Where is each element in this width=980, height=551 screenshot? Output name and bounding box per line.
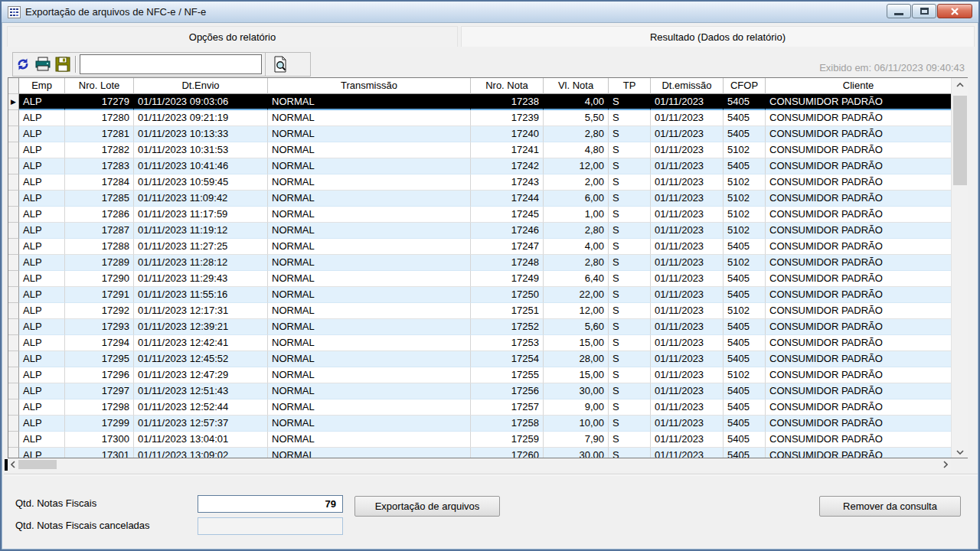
grid-cell[interactable]: NORMAL [268,399,471,416]
grid-cell[interactable]: NORMAL [268,448,471,458]
grid-cell[interactable]: 01/11/2023 12:39:21 [134,319,268,335]
grid-cell[interactable]: 01/11/2023 [651,383,724,399]
grid-cell[interactable]: 17299 [65,416,134,432]
grid-cell[interactable]: 01/11/2023 10:41:46 [134,158,268,174]
grid-cell[interactable]: S [609,287,651,303]
grid-cell[interactable]: 17243 [471,174,544,191]
grid-cell[interactable]: NORMAL [268,174,471,191]
grid-cell[interactable]: NORMAL [268,126,471,142]
grid-cell[interactable]: S [609,319,651,335]
table-row[interactable]: ALP1728801/11/2023 11:27:25NORMAL172474,… [8,239,968,255]
grid-cell[interactable]: 01/11/2023 11:17:59 [134,207,268,223]
vertical-scrollbar[interactable] [951,78,968,458]
grid-cell[interactable]: 01/11/2023 [651,223,724,239]
grid-cell[interactable]: 12,00 [544,303,609,319]
scroll-up-arrow[interactable] [952,78,968,91]
grid-cell[interactable]: 01/11/2023 11:19:12 [134,223,268,239]
grid-cell[interactable]: NORMAL [268,383,471,399]
grid-cell[interactable]: 01/11/2023 [651,319,724,335]
grid-cell[interactable]: 5405 [724,335,766,351]
grid-cell[interactable]: 2,80 [544,126,609,142]
grid-cell[interactable]: 17248 [471,255,544,271]
grid-cell[interactable]: ALP [19,255,65,271]
grid-cell[interactable]: 01/11/2023 [651,174,724,191]
grid-cell[interactable]: S [609,207,651,223]
tab-resultado[interactable]: Resultado (Dados do relatório) [461,26,975,47]
grid-cell[interactable]: 17245 [471,207,544,223]
column-header[interactable]: TP [609,78,651,94]
grid-cell[interactable]: 4,00 [544,239,609,255]
grid-cell[interactable]: 1,00 [544,207,609,223]
table-row[interactable]: ALP1728701/11/2023 11:19:12NORMAL172462,… [8,223,968,239]
grid-cell[interactable]: 01/11/2023 [651,94,724,110]
grid-cell[interactable]: 01/11/2023 [651,351,724,367]
grid-cell[interactable]: 17253 [471,335,544,351]
grid-cell[interactable]: S [609,416,651,432]
grid-cell[interactable]: 17251 [471,303,544,319]
grid-cell[interactable]: 5405 [724,271,766,287]
grid-cell[interactable]: 01/11/2023 [651,142,724,158]
grid-cell[interactable]: 01/11/2023 10:31:53 [134,142,268,158]
grid-cell[interactable]: 5405 [724,158,766,174]
grid-cell[interactable]: ALP [19,126,65,142]
table-row[interactable]: ALP1728601/11/2023 11:17:59NORMAL172451,… [8,207,968,223]
grid-cell[interactable]: 17246 [471,223,544,239]
grid-cell[interactable]: S [609,158,651,174]
remove-from-query-button[interactable]: Remover da consulta [819,496,961,517]
table-row[interactable]: ALP1729701/11/2023 12:51:43NORMAL1725630… [8,383,968,399]
save-button[interactable] [53,54,73,74]
grid-cell[interactable]: CONSUMIDOR PADRÃO [766,207,952,223]
grid-cell[interactable]: S [609,271,651,287]
grid-cell[interactable]: 17247 [471,239,544,255]
grid-cell[interactable]: NORMAL [268,142,471,158]
grid-cell[interactable]: S [609,335,651,351]
grid-cell[interactable]: 01/11/2023 [651,287,724,303]
grid-cell[interactable]: 9,00 [544,399,609,416]
grid-cell[interactable]: 10,00 [544,416,609,432]
grid-cell[interactable]: 01/11/2023 12:45:52 [134,351,268,367]
grid-cell[interactable]: NORMAL [268,319,471,335]
grid-cell[interactable]: 5405 [724,319,766,335]
grid-cell[interactable]: 17257 [471,399,544,416]
grid-cell[interactable]: S [609,303,651,319]
grid-cell[interactable]: 01/11/2023 12:47:29 [134,367,268,383]
grid-cell[interactable]: NORMAL [268,239,471,255]
grid-cell[interactable]: NORMAL [268,432,471,448]
table-row[interactable]: ALP1728401/11/2023 10:59:45NORMAL172432,… [8,174,968,191]
table-row[interactable]: ALP1728101/11/2023 10:13:33NORMAL172402,… [8,126,968,142]
grid-cell[interactable]: ALP [19,399,65,416]
grid-cell[interactable]: S [609,367,651,383]
grid-cell[interactable]: ALP [19,303,65,319]
grid-cell[interactable]: 17285 [65,191,134,207]
grid-cell[interactable]: 5405 [724,110,766,126]
grid-cell[interactable]: ALP [19,287,65,303]
grid-cell[interactable]: S [609,223,651,239]
grid-cell[interactable]: 01/11/2023 09:03:06 [134,94,268,110]
grid-cell[interactable]: CONSUMIDOR PADRÃO [766,432,952,448]
grid-cell[interactable]: 17287 [65,223,134,239]
table-row[interactable]: ALP1730101/11/2023 13:09:02NORMAL1726030… [8,448,968,458]
table-row[interactable]: ALP1729201/11/2023 12:17:31NORMAL1725112… [8,303,968,319]
grid-cell[interactable]: ALP [19,142,65,158]
grid-cell[interactable]: 5405 [724,351,766,367]
grid-cell[interactable]: ALP [19,223,65,239]
grid-cell[interactable]: 01/11/2023 [651,110,724,126]
grid-cell[interactable]: ALP [19,335,65,351]
grid-cell[interactable]: 5102 [724,191,766,207]
tab-opcoes-relatorio[interactable]: Opções do relatório [7,26,458,47]
grid-cell[interactable]: 01/11/2023 12:17:31 [134,303,268,319]
grid-cell[interactable]: CONSUMIDOR PADRÃO [766,223,952,239]
table-row[interactable]: ALP1729001/11/2023 11:29:43NORMAL172496,… [8,271,968,287]
grid-cell[interactable]: 01/11/2023 12:57:37 [134,416,268,432]
qtd-canceladas-field[interactable] [198,517,343,535]
print-button[interactable] [33,54,53,74]
grid-cell[interactable]: ALP [19,158,65,174]
grid-cell[interactable]: S [609,126,651,142]
grid-cell[interactable]: 17244 [471,191,544,207]
grid-cell[interactable]: 17238 [471,94,544,110]
grid-cell[interactable]: NORMAL [268,367,471,383]
grid-cell[interactable]: S [609,432,651,448]
grid-cell[interactable]: 17260 [471,448,544,458]
grid-cell[interactable]: S [609,255,651,271]
column-header[interactable]: Dt.emissão [651,78,724,94]
